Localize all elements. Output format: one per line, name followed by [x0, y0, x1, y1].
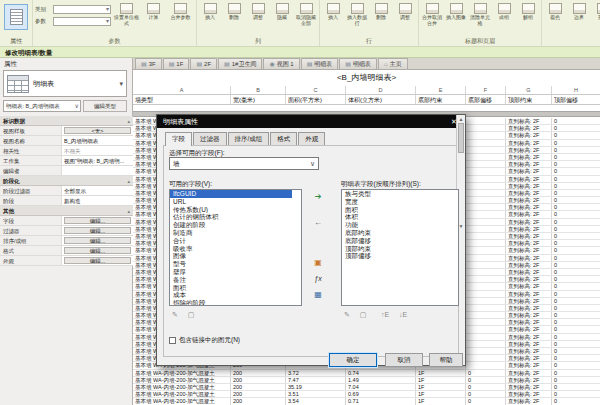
column-header[interactable]: 体积(立方米) [346, 95, 416, 104]
cell-top-offset[interactable]: 0 [552, 362, 600, 368]
column-header[interactable]: 底部偏移 [466, 95, 506, 104]
cell-bottom-offset[interactable] [466, 211, 506, 217]
cell-bottom-offset[interactable] [466, 183, 506, 189]
list-item[interactable]: 功能 [342, 221, 458, 229]
properties-button[interactable] [4, 4, 28, 30]
cell-bottom-offset[interactable] [466, 140, 506, 146]
dialog-tab[interactable]: 排序/成组 [228, 132, 270, 145]
cell-top-offset[interactable]: 0 [552, 276, 600, 282]
column-header[interactable]: 顶部偏移 [552, 95, 600, 104]
column-letter[interactable]: H [552, 86, 600, 94]
cell-top-constraint[interactable]: 直到标高: 2F [506, 118, 552, 124]
column-letter[interactable]: C [286, 86, 346, 94]
view-tab[interactable]: ▤ 3F [135, 58, 162, 69]
cell-top-offset[interactable]: 0 [552, 176, 600, 182]
category-dropdown[interactable] [53, 5, 111, 14]
property-row[interactable]: 编辑者 [0, 166, 133, 176]
move-up-icon[interactable]: ↑E [379, 311, 391, 318]
property-row[interactable]: 过滤器 编辑... [0, 226, 133, 236]
property-row[interactable]: 阶段 新构造 [0, 196, 133, 206]
cell-wall-type[interactable]: 基本墙 WA-内墙-200-加气混凝土 [133, 370, 231, 376]
property-value[interactable]: 编辑... [64, 237, 131, 244]
cell-bottom-constraint[interactable]: 1F [416, 391, 466, 397]
cell-bottom-offset[interactable]: 0 [466, 370, 506, 376]
cell-bottom-offset[interactable]: 0 [466, 384, 506, 390]
cell-top-offset[interactable]: 0 [552, 183, 600, 189]
cell-top-offset[interactable]: 0 [552, 190, 600, 196]
ribbon-button[interactable]: 合并取消合并 [421, 3, 443, 27]
ribbon-button[interactable]: 插入 [322, 3, 344, 21]
cell-top-constraint[interactable]: 直到标高: 2F [506, 326, 552, 332]
ribbon-button[interactable]: 插入图像 [445, 3, 467, 21]
cell-top-constraint[interactable]: 直到标高: 2F [506, 147, 552, 153]
dialog-tab[interactable]: 格式 [270, 132, 297, 145]
cell-top-constraint[interactable]: 直到标高: 2F [506, 341, 552, 347]
cell-width[interactable]: 200 [231, 384, 286, 390]
cell-bottom-offset[interactable] [466, 226, 506, 232]
cell-top-offset[interactable]: 0 [552, 219, 600, 225]
cell-top-offset[interactable]: 0 [552, 247, 600, 253]
cell-top-offset[interactable]: 0 [552, 398, 600, 404]
new-parameter-button[interactable]: ▣ [309, 257, 327, 270]
cell-top-offset[interactable]: 0 [552, 262, 600, 268]
available-fields-list[interactable]: IfcGUID URL 传热系数(U) 估计的钢筋体积 创建的阶段 制造商 合计… [169, 189, 302, 306]
list-item[interactable]: 顶部偏移 [342, 252, 458, 260]
table-row[interactable]: 基本墙 WA-内墙-200-加气混凝土 200 7.47 1.49 1F 0 直… [133, 377, 600, 384]
list-item[interactable]: 吸收率 [170, 245, 292, 253]
ribbon-button[interactable]: 成组 [493, 3, 515, 21]
cell-bottom-offset[interactable]: 0 [466, 377, 506, 383]
property-value[interactable]: 新构造 [62, 196, 133, 205]
add-field-button[interactable]: ➔ [309, 191, 327, 204]
list-item[interactable]: URL [170, 198, 292, 206]
scroll-thumb[interactable] [458, 123, 464, 153]
property-value[interactable]: 编辑... [64, 247, 131, 254]
property-value[interactable]: 编辑... [64, 227, 131, 234]
property-value[interactable]: 编辑... [64, 257, 131, 264]
cell-top-offset[interactable]: 0 [552, 197, 600, 203]
cell-top-constraint[interactable]: 直到标高: 2F [506, 312, 552, 318]
cell-bottom-offset[interactable] [466, 154, 506, 160]
cell-bottom-constraint[interactable]: 1F [416, 377, 466, 383]
cell-bottom-offset[interactable] [466, 168, 506, 174]
list-item[interactable]: 型号 [170, 260, 292, 268]
cell-top-constraint[interactable]: 直到标高: 2F [506, 398, 552, 404]
cell-top-offset[interactable]: 0 [552, 326, 600, 332]
cell-top-constraint[interactable]: 直到标高: 2F [506, 269, 552, 275]
cell-wall-type[interactable]: 基本墙 WA-内墙-200-加气混凝土 [133, 391, 231, 397]
include-linked-checkbox[interactable] [169, 337, 176, 344]
cell-bottom-offset[interactable] [466, 362, 506, 368]
cell-bottom-offset[interactable] [466, 276, 506, 282]
help-button[interactable]: 帮助 [429, 353, 463, 367]
list-item[interactable]: 制造商 [170, 229, 292, 237]
cell-width[interactable]: 200 [231, 370, 286, 376]
cell-top-offset[interactable]: 0 [552, 161, 600, 167]
chevron-down-icon[interactable]: ▾ [119, 80, 126, 88]
cell-width[interactable]: 200 [231, 391, 286, 397]
edit-scheduled-icon[interactable]: ✎ [341, 311, 353, 319]
cell-bottom-offset[interactable] [466, 355, 506, 361]
cell-top-offset[interactable]: 0 [552, 118, 600, 124]
ribbon-button[interactable]: 插入 [199, 3, 221, 21]
cell-top-offset[interactable]: 0 [552, 168, 600, 174]
cell-top-constraint[interactable]: 直到标高: 2F [506, 305, 552, 311]
column-header[interactable]: 底部约束 [416, 95, 466, 104]
cell-bottom-offset[interactable] [466, 132, 506, 138]
cell-top-constraint[interactable]: 直到标高: 2F [506, 140, 552, 146]
cell-top-constraint[interactable]: 直到标高: 2F [506, 334, 552, 340]
property-row[interactable]: 工作集 视图"明细表: B_内墙明... [0, 156, 133, 166]
combine-parameters-button[interactable]: ▦ [309, 289, 327, 302]
cell-bottom-offset[interactable] [466, 298, 506, 304]
cell-top-constraint[interactable]: 直到标高: 2F [506, 226, 552, 232]
list-item[interactable]: 拆除的阶段 [170, 299, 292, 306]
property-row[interactable]: 外观 编辑... [0, 256, 133, 266]
view-tab[interactable]: ⌂ 主页 [378, 58, 408, 69]
cell-area[interactable]: 3.72 [286, 370, 346, 376]
cell-top-constraint[interactable]: 直到标高: 2F [506, 255, 552, 261]
cell-top-constraint[interactable]: 直到标高: 2F [506, 211, 552, 217]
cell-top-offset[interactable]: 0 [552, 391, 600, 397]
cell-bottom-offset[interactable] [466, 341, 506, 347]
cell-top-offset[interactable]: 0 [552, 132, 600, 138]
cell-top-offset[interactable]: 0 [552, 283, 600, 289]
ribbon-button[interactable]: 调整 [247, 3, 269, 21]
ribbon-button[interactable]: 解组 [517, 3, 539, 21]
